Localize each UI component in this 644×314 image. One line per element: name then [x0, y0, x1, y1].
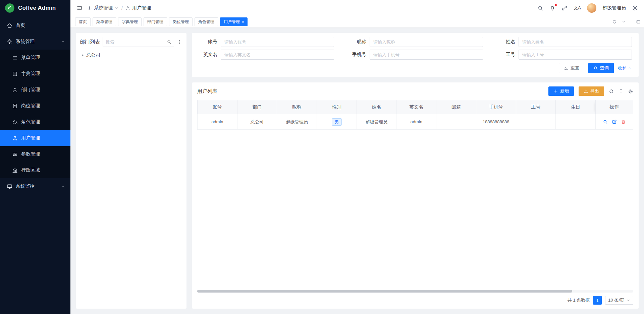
- sliders-icon: [12, 151, 18, 157]
- org-tree-icon: [12, 87, 18, 93]
- translate-icon[interactable]: 文A: [574, 5, 581, 11]
- user-icon: [125, 6, 130, 10]
- page-size-select[interactable]: 10 条/页: [605, 296, 633, 305]
- chevron-down-icon: [61, 184, 65, 188]
- plus-icon: [553, 89, 558, 93]
- settings-gear-icon[interactable]: [632, 5, 638, 11]
- tab-home[interactable]: 首页: [75, 17, 91, 26]
- sidebar-item-label: 用户管理: [21, 135, 40, 141]
- search-button[interactable]: 查询: [588, 63, 614, 73]
- department-search-button[interactable]: [164, 37, 174, 47]
- view-icon[interactable]: [603, 119, 608, 124]
- username[interactable]: 超级管理员: [602, 5, 626, 11]
- phone-input[interactable]: [370, 50, 483, 60]
- user-table: 账号 部门 昵称 性别 姓名 英文名 邮箱 手机号 工号 生日 操作: [197, 100, 633, 130]
- user-icon: [12, 135, 18, 141]
- sidebar-item-system[interactable]: 系统管理: [0, 34, 70, 50]
- nickname-input[interactable]: [370, 37, 483, 47]
- sidebar-item-menu-mgmt[interactable]: 菜单管理: [0, 50, 70, 66]
- column-size-icon[interactable]: [619, 89, 624, 94]
- table-row: admin 总公司 超级管理员 男 超级管理员 admin 1888888888…: [198, 114, 633, 130]
- account-input[interactable]: [221, 37, 334, 47]
- header-email: 邮箱: [436, 100, 476, 114]
- monitor-icon: [7, 184, 12, 189]
- table-settings-gear-icon[interactable]: [628, 89, 633, 94]
- tree-item-label: 总公司: [86, 52, 100, 58]
- sidebar: Coffee Admin 首页 系统管理 菜单管理 字典管理 部门管理: [0, 0, 70, 314]
- header-gender: 性别: [317, 100, 357, 114]
- collapse-filter-link[interactable]: 收起: [618, 65, 632, 71]
- chevron-up-icon: [61, 40, 65, 44]
- tab-post-mgmt[interactable]: 岗位管理: [169, 17, 193, 26]
- sidebar-item-role-mgmt[interactable]: 角色管理: [0, 114, 70, 130]
- collapse-sidebar-icon[interactable]: [76, 5, 83, 11]
- refresh-icon[interactable]: [612, 19, 617, 24]
- scrollbar-thumb[interactable]: [197, 290, 572, 293]
- close-icon[interactable]: ×: [242, 20, 244, 24]
- id-badge-icon: [12, 103, 18, 109]
- edit-icon[interactable]: [612, 119, 617, 124]
- tab-label: 用户管理: [224, 19, 240, 25]
- sidebar-submenu-system: 菜单管理 字典管理 部门管理 岗位管理 角色管理 用户管理: [0, 50, 70, 178]
- filter-label: 姓名: [496, 39, 515, 45]
- department-panel-header: 部门列表: [80, 37, 182, 47]
- header-work-no: 工号: [516, 100, 556, 114]
- sidebar-item-monitor[interactable]: 系统监控: [0, 178, 70, 194]
- tab-label: 角色管理: [198, 19, 214, 25]
- sidebar-item-home[interactable]: 首页: [0, 17, 70, 34]
- search-icon[interactable]: [537, 5, 543, 11]
- layout-icon[interactable]: [636, 19, 641, 24]
- app-title: Coffee Admin: [18, 5, 56, 11]
- tab-role-mgmt[interactable]: 角色管理: [195, 17, 218, 26]
- page-button-1[interactable]: 1: [593, 296, 602, 305]
- open-tabs: 首页 菜单管理 字典管理 部门管理 岗位管理 角色管理 用户管理 ×: [75, 17, 607, 26]
- breadcrumb-separator: /: [121, 5, 123, 11]
- export-button[interactable]: 导出: [579, 86, 604, 96]
- add-button[interactable]: 新增: [548, 86, 574, 96]
- filter-label: 工号: [496, 52, 515, 58]
- app-logo[interactable]: Coffee Admin: [0, 0, 70, 16]
- department-more-button[interactable]: [177, 39, 182, 45]
- department-search-input[interactable]: [103, 37, 164, 47]
- work-no-input[interactable]: [519, 50, 632, 60]
- english-name-input[interactable]: [221, 50, 334, 60]
- tab-user-mgmt[interactable]: 用户管理 ×: [220, 17, 248, 26]
- search-icon: [593, 66, 598, 70]
- breadcrumb-level1[interactable]: 系统管理: [94, 5, 113, 11]
- refresh-icon[interactable]: [609, 89, 614, 94]
- pagination: 共 1 条数据 1 10 条/页: [197, 296, 633, 305]
- sidebar-item-dept-mgmt[interactable]: 部门管理: [0, 82, 70, 98]
- sidebar-item-post-mgmt[interactable]: 岗位管理: [0, 98, 70, 114]
- department-panel: 部门列表 总公司: [76, 33, 186, 309]
- sidebar-item-dict-mgmt[interactable]: 字典管理: [0, 66, 70, 82]
- export-button-label: 导出: [590, 88, 599, 94]
- sidebar-item-param-mgmt[interactable]: 参数管理: [0, 146, 70, 162]
- gender-tag: 男: [332, 118, 342, 126]
- user-list-card: 用户列表 新增 导出: [192, 82, 639, 309]
- fullscreen-icon[interactable]: [561, 5, 568, 11]
- tabbar: 首页 菜单管理 字典管理 部门管理 岗位管理 角色管理 用户管理 ×: [70, 16, 644, 27]
- chevron-down-icon[interactable]: [622, 19, 626, 24]
- caret-right-icon[interactable]: [80, 53, 85, 57]
- cell-dept: 总公司: [237, 114, 277, 130]
- tree-item-root[interactable]: 总公司: [80, 51, 182, 60]
- filter-label: 英文名: [199, 52, 217, 58]
- avatar[interactable]: [587, 3, 596, 13]
- header-account: 账号: [198, 100, 237, 114]
- sidebar-item-region-mgmt[interactable]: 行政区域: [0, 162, 70, 178]
- tab-dict-mgmt[interactable]: 字典管理: [118, 17, 142, 26]
- notifications-button[interactable]: [549, 5, 555, 11]
- cell-nickname: 超级管理员: [277, 114, 317, 130]
- dots-vertical-icon: [177, 39, 182, 45]
- delete-icon[interactable]: [621, 119, 626, 124]
- tab-dept-mgmt[interactable]: 部门管理: [144, 17, 167, 26]
- name-input[interactable]: [519, 37, 632, 47]
- filter-label: 账号: [199, 39, 217, 45]
- reset-button[interactable]: 重置: [559, 63, 584, 73]
- tab-menu-mgmt[interactable]: 菜单管理: [93, 17, 116, 26]
- search-icon: [167, 40, 171, 44]
- filter-field-phone: 手机号: [347, 50, 483, 60]
- sidebar-item-user-mgmt[interactable]: 用户管理: [0, 130, 70, 146]
- clear-icon: [564, 66, 569, 70]
- cell-email: [436, 114, 476, 130]
